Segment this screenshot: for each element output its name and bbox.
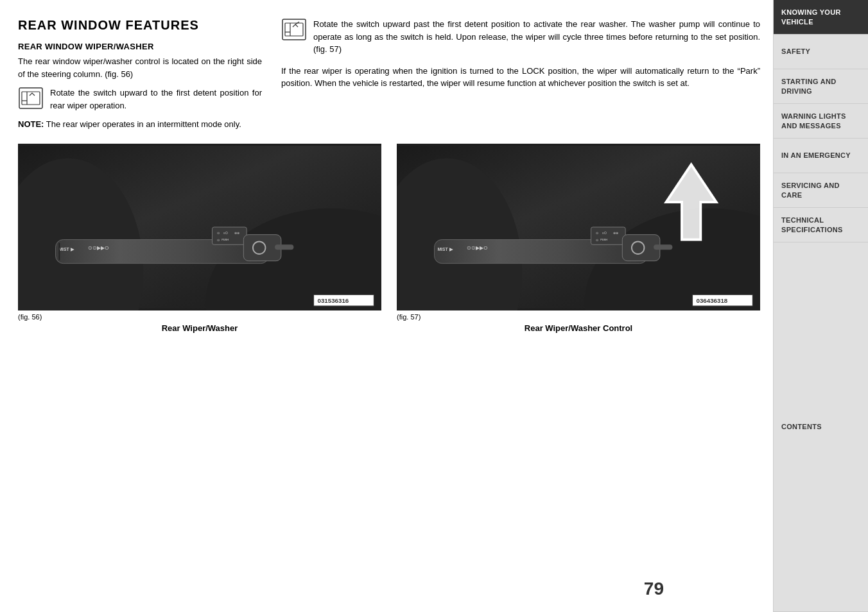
sidebar-item-warning-lights[interactable]: WARNING LIGHTS AND MESSAGES [774,104,868,139]
main-content: REAR WINDOW FEATURES REAR WINDOW WIPER/W… [0,0,773,612]
svg-rect-0 [19,88,42,108]
right-column: Rotate the switch upward past the first … [281,18,760,131]
sidebar-item-label-contents: CONTENTS [781,422,822,431]
figure-56-image: MIST ▶ ⊙⊙▶▶O ⊙ ≡O ⊕⊕ ⊙ PUSH [18,144,381,310]
page-title: REAR WINDOW FEATURES [18,18,262,33]
figures-row: MIST ▶ ⊙⊙▶▶O ⊙ ≡O ⊕⊕ ⊙ PUSH [18,144,760,333]
figure-57-svg: MIST ▶ ⊙⊙▶▶O ⊙ ≡O ⊕⊕ ⊙ PUSH 036436318 [397,144,760,310]
svg-text:⊙: ⊙ [596,239,598,242]
icon-row-1: Rotate the switch upward to the first de… [18,87,262,112]
figure-57-container: MIST ▶ ⊙⊙▶▶O ⊙ ≡O ⊕⊕ ⊙ PUSH 036436318 [397,144,760,333]
sidebar-item-label-starting: STARTING AND DRIVING [781,77,860,96]
sidebar-item-label-servicing: SERVICING AND CARE [781,181,860,200]
svg-text:PUSH: PUSH [600,238,607,241]
sidebar-item-label-emergency: IN AN EMERGENCY [781,151,851,160]
sidebar-item-label-knowing: KNOWING YOUR VEHICLE [781,8,860,26]
svg-text:⊙⊙▶▶O: ⊙⊙▶▶O [467,245,487,251]
svg-text:⊙⊙▶▶O: ⊙⊙▶▶O [88,245,108,251]
sidebar-item-servicing-and-care[interactable]: SERVICING AND CARE [774,173,868,208]
left-column: REAR WINDOW FEATURES REAR WINDOW WIPER/W… [18,18,262,131]
icon-text-1: Rotate the switch upward to the first de… [50,87,262,112]
svg-text:⊙: ⊙ [596,231,598,234]
sidebar-item-label-warning: WARNING LIGHTS AND MESSAGES [781,112,860,130]
svg-text:⊙: ⊙ [217,231,220,234]
sidebar-item-starting-and-driving[interactable]: STARTING AND DRIVING [774,69,868,104]
svg-text:PUSH: PUSH [221,238,229,241]
sidebar-item-contents[interactable]: CONTENTS [774,242,868,612]
sidebar-item-label-safety: SAFETY [781,47,810,56]
svg-text:MIST ▶: MIST ▶ [58,247,74,251]
fig57-label: Rear Wiper/Washer Control [525,323,632,333]
svg-text:≡O: ≡O [602,231,607,234]
wiper-icon-1 [18,87,44,110]
svg-text:≡O: ≡O [223,231,228,234]
sidebar-item-label-technical: TECHNICAL SPECIFICATIONS [781,216,860,234]
svg-rect-43 [654,244,672,250]
note-text: NOTE: The rear wiper operates in an inte… [18,118,262,131]
sidebar-item-safety[interactable]: SAFETY [774,35,868,69]
col2-text-1: Rotate the switch upward past the first … [313,18,760,56]
sidebar: KNOWING YOUR VEHICLE SAFETY STARTING AND… [773,0,868,612]
figure-56-container: MIST ▶ ⊙⊙▶▶O ⊙ ≡O ⊕⊕ ⊙ PUSH [18,144,381,333]
svg-text:⊙: ⊙ [217,239,220,242]
figure-56-svg: MIST ▶ ⊙⊙▶▶O ⊙ ≡O ⊕⊕ ⊙ PUSH [18,144,381,310]
fig57-num-text: 036436318 [696,297,727,304]
fig56-label: Rear Wiper/Washer [162,323,238,333]
svg-rect-24 [58,242,60,260]
icon-row-2: Rotate the switch upward past the first … [281,18,760,56]
svg-text:⊕⊕: ⊕⊕ [234,231,239,234]
note-label: NOTE: [18,119,44,129]
svg-rect-1 [22,92,40,105]
fig57-caption: (fig. 57) [397,313,760,321]
body-text-1: The rear window wiper/washer control is … [18,55,262,80]
svg-rect-4 [282,19,306,40]
sidebar-item-in-an-emergency[interactable]: IN AN EMERGENCY [774,139,868,173]
svg-text:MIST ▶: MIST ▶ [437,247,453,251]
col2-text-2: If the rear wiper is operating when the … [281,65,760,90]
page-number: 79 [644,579,664,599]
svg-text:⊕⊕: ⊕⊕ [613,231,618,234]
svg-rect-5 [285,23,303,36]
fig56-caption: (fig. 56) [18,313,381,321]
wiper-icon-2 [281,18,307,41]
sidebar-item-technical-specifications[interactable]: TECHNICAL SPECIFICATIONS [774,208,868,242]
sidebar-item-knowing-your-vehicle[interactable]: KNOWING YOUR VEHICLE [774,0,868,35]
figure-57-image: MIST ▶ ⊙⊙▶▶O ⊙ ≡O ⊕⊕ ⊙ PUSH 036436318 [397,144,760,310]
section-title: REAR WINDOW WIPER/WASHER [18,42,262,51]
svg-rect-23 [275,244,293,250]
note-body: The rear wiper operates in an intermitte… [46,119,241,129]
fig56-num-text: 031536316 [317,297,349,304]
